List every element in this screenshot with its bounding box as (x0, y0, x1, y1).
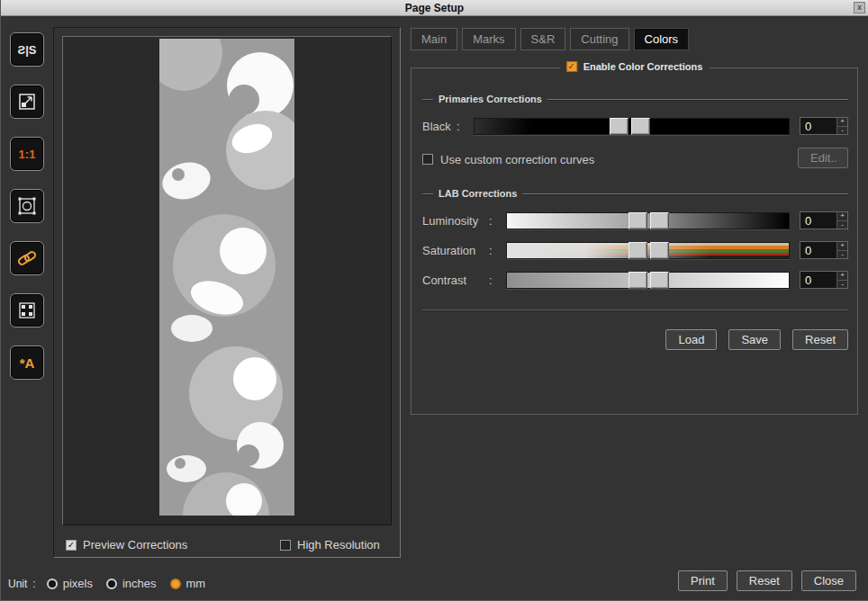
luminosity-slider-row: Luminosity : 0 + - (422, 211, 848, 230)
saturation-slider-handle-left[interactable] (628, 242, 647, 259)
saturation-slider-handle-right[interactable] (650, 242, 669, 259)
window-titlebar: Page Setup x (1, 0, 868, 16)
unit-selector: Unit : pixels inches mm (8, 577, 213, 590)
page-setup-window: Page Setup x Ƨ|S 1:1 (0, 0, 868, 601)
window-title: Page Setup (405, 2, 464, 14)
preview-corrections-checkbox[interactable]: ✓ (66, 540, 77, 551)
unit-mm-radio[interactable] (170, 579, 181, 589)
enable-color-corrections-checkbox[interactable]: ✓ (566, 61, 577, 72)
contrast-slider-handle-left[interactable] (628, 272, 647, 289)
mirror-tool-button[interactable]: Ƨ|S (10, 32, 44, 67)
contrast-label: Contrast (422, 274, 489, 287)
unit-mm-option[interactable]: mm (170, 577, 206, 590)
luminosity-spin-down-button[interactable]: - (837, 221, 847, 229)
black-value[interactable]: 0 (800, 118, 836, 134)
lab-corrections-title: LAB Corrections (439, 188, 517, 199)
black-slider-handles (610, 118, 650, 135)
custom-curves-label: Use custom correction curves (440, 153, 594, 166)
edit-curves-button[interactable]: Edit.. (798, 148, 848, 168)
crop-marks-tool-button[interactable] (10, 293, 44, 327)
fit-page-tool-button[interactable] (10, 189, 44, 223)
color-actions: Load Save Reset (665, 329, 848, 350)
preview-panel: ✓ Preview Corrections High Resolution (53, 27, 401, 558)
saturation-slider[interactable] (506, 242, 790, 259)
crop-marks-icon (17, 300, 37, 320)
contrast-value[interactable]: 0 (800, 272, 836, 288)
high-resolution-checkbox[interactable] (280, 540, 291, 551)
tab-colors[interactable]: Colors (634, 28, 690, 50)
unit-inches-label: inches (122, 577, 157, 590)
preview-image (159, 39, 294, 516)
unit-label: Unit (8, 578, 27, 590)
unit-inches-radio[interactable] (106, 579, 117, 589)
unit-colon: : (32, 578, 35, 590)
close-button[interactable]: Close (801, 570, 856, 591)
reset-colors-button[interactable]: Reset (792, 329, 848, 350)
contrast-colon: : (489, 274, 494, 287)
black-colon: : (457, 120, 462, 133)
contrast-spinbox: 0 + - (800, 271, 848, 289)
contrast-slider-handles (628, 272, 669, 289)
enable-color-corrections-label: Enable Color Corrections (583, 61, 703, 72)
luminosity-slider[interactable] (506, 212, 790, 229)
preview-corrections-option: ✓ Preview Corrections (66, 538, 187, 552)
high-resolution-option: High Resolution (280, 538, 380, 552)
luminosity-slider-handle-left[interactable] (628, 212, 647, 229)
saturation-slider-row: Saturation : 0 + - (422, 240, 848, 260)
tab-marks[interactable]: Marks (462, 28, 515, 50)
black-slider[interactable] (474, 118, 790, 135)
primaries-corrections-legend: Primaries Corrections (422, 94, 848, 104)
unit-inches-option[interactable]: inches (106, 577, 157, 590)
contrast-spin-down-button[interactable]: - (837, 281, 847, 289)
custom-curves-checkbox[interactable] (422, 154, 433, 165)
black-slider-handle-left[interactable] (610, 118, 628, 135)
load-button[interactable]: Load (665, 329, 717, 350)
high-resolution-label: High Resolution (297, 538, 380, 552)
tab-main[interactable]: Main (411, 28, 457, 50)
saturation-spinbox: 0 + - (800, 241, 848, 259)
enable-color-corrections-option: ✓ Enable Color Corrections (560, 61, 710, 72)
mirror-icon: Ƨ|S (18, 43, 37, 57)
panel-separator (422, 309, 848, 311)
preview-viewport (62, 36, 392, 525)
dialog-actions: Print Reset Close (678, 570, 856, 591)
luminosity-colon: : (489, 214, 494, 228)
black-slider-handle-right[interactable] (631, 118, 650, 135)
custom-curves-row: Use custom correction curves Edit.. (422, 149, 848, 169)
contrast-slider[interactable] (506, 272, 790, 289)
unit-pixels-radio[interactable] (47, 579, 58, 589)
export-tool-button[interactable] (10, 85, 44, 119)
luminosity-value[interactable]: 0 (800, 212, 836, 229)
export-icon (17, 92, 37, 112)
actual-size-tool-button[interactable]: 1:1 (10, 137, 44, 171)
saturation-slider-handles (628, 242, 669, 259)
primaries-corrections-title: Primaries Corrections (439, 94, 542, 104)
unit-pixels-label: pixels (63, 577, 93, 590)
black-spin-down-button[interactable]: - (837, 127, 847, 135)
save-button[interactable]: Save (728, 329, 781, 350)
contrast-slider-handle-right[interactable] (650, 272, 669, 289)
link-tool-button[interactable] (10, 241, 44, 275)
tab-bar: Main Marks S&R Cutting Colors (411, 28, 689, 50)
contrast-slider-row: Contrast : 0 + - (422, 270, 848, 290)
close-icon[interactable]: x (854, 2, 865, 13)
preview-corrections-label: Preview Corrections (83, 538, 187, 552)
saturation-spin-down-button[interactable]: - (837, 251, 847, 259)
saturation-colon: : (489, 244, 494, 257)
link-icon (16, 247, 38, 269)
luminosity-label: Luminosity (422, 214, 489, 228)
actual-size-icon: 1:1 (19, 148, 36, 161)
text-tool-button[interactable]: *A (10, 345, 44, 380)
print-button[interactable]: Print (678, 570, 728, 591)
tab-cutting[interactable]: Cutting (570, 28, 628, 50)
tab-sr[interactable]: S&R (520, 28, 566, 50)
luminosity-slider-handles (628, 212, 669, 229)
black-label: Black (422, 120, 457, 133)
luminosity-slider-handle-right[interactable] (650, 212, 669, 229)
unit-pixels-option[interactable]: pixels (47, 577, 93, 590)
saturation-value[interactable]: 0 (800, 242, 836, 258)
saturation-label: Saturation (422, 244, 489, 257)
lab-corrections-legend: LAB Corrections (422, 188, 848, 199)
reset-button[interactable]: Reset (737, 570, 792, 591)
fit-page-icon (17, 196, 37, 216)
